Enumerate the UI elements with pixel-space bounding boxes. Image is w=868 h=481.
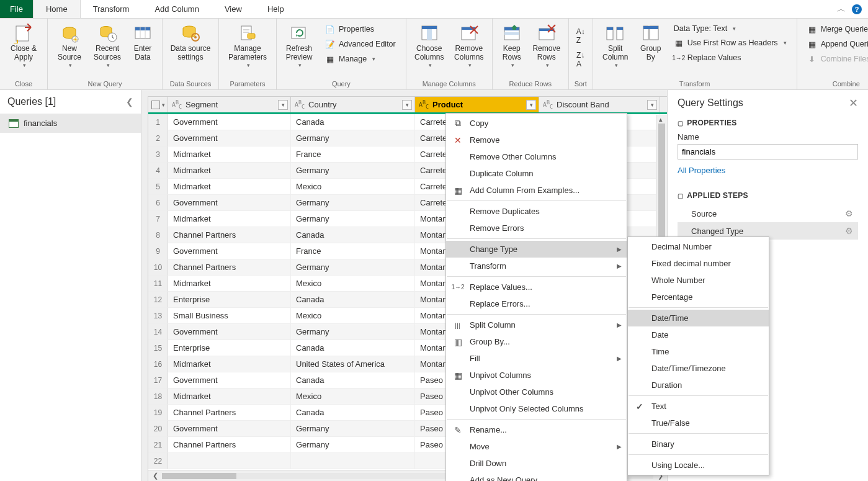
row-number[interactable]: 18 — [148, 389, 168, 405]
menu-remove-duplicates[interactable]: Remove Duplicates — [446, 203, 627, 220]
query-name-input[interactable] — [678, 144, 858, 160]
select-all-header[interactable]: ▾ — [148, 97, 168, 112]
cell[interactable]: Canada — [291, 114, 415, 130]
cell[interactable]: Germany — [291, 163, 415, 179]
type-datetimezone[interactable]: Date/Time/Timezone — [628, 360, 769, 377]
remove-rows-button[interactable]: Remove Rows▾ — [529, 21, 565, 71]
gear-icon[interactable]: ⚙ — [845, 209, 853, 218]
row-number[interactable]: 12 — [148, 292, 168, 308]
menu-add-from-examples[interactable]: ▦Add Column From Examples... — [446, 182, 627, 199]
enter-data-button[interactable]: Enter Data — [127, 21, 158, 65]
cell[interactable]: Government — [168, 243, 291, 259]
filter-button[interactable]: ▾ — [647, 100, 657, 110]
menu-drill-down[interactable]: Drill Down — [446, 455, 627, 472]
cell[interactable]: Germany — [291, 324, 415, 340]
cell[interactable]: Mexico — [291, 276, 415, 292]
tab-add-column[interactable]: Add Column — [142, 0, 212, 18]
cell[interactable]: Small Business — [168, 308, 291, 324]
properties-button[interactable]: 📄Properties — [321, 22, 400, 36]
cell[interactable]: Government — [168, 324, 291, 340]
row-number[interactable]: 16 — [148, 356, 168, 372]
menu-add-new-query[interactable]: Add as New Query — [446, 472, 627, 481]
step-source[interactable]: Source⚙ — [678, 205, 858, 222]
row-number[interactable]: 20 — [148, 421, 168, 437]
menu-group-by[interactable]: ▥Group By... — [446, 333, 627, 350]
row-number[interactable]: 2 — [148, 130, 168, 146]
query-item-financials[interactable]: financials — [0, 114, 141, 133]
data-type-button[interactable]: Data Type: Text▾ — [670, 22, 790, 35]
menu-unpivot[interactable]: ▦Unpivot Columns — [446, 367, 627, 384]
cell[interactable]: Mexico — [291, 389, 415, 405]
keep-rows-button[interactable]: Keep Rows▾ — [496, 21, 527, 71]
cell[interactable]: Canada — [291, 340, 415, 356]
split-column-button[interactable]: Split Column▾ — [597, 21, 634, 71]
cell[interactable]: Mexico — [291, 308, 415, 324]
menu-change-type[interactable]: Change Type▶ — [446, 241, 627, 258]
cell[interactable]: Channel Partners — [168, 227, 291, 243]
filter-button[interactable]: ▾ — [278, 100, 288, 110]
advanced-editor-button[interactable]: 📝Advanced Editor — [321, 37, 400, 51]
manage-parameters-button[interactable]: Manage Parameters▾ — [223, 21, 272, 71]
row-number[interactable]: 5 — [148, 179, 168, 195]
refresh-preview-button[interactable]: Refresh Preview▾ — [280, 21, 318, 71]
menu-split-column[interactable]: ⫼Split Column▶ — [446, 317, 627, 333]
column-header-country[interactable]: ABC Country ▾ — [291, 97, 415, 112]
filter-button[interactable]: ▾ — [526, 100, 536, 110]
type-time[interactable]: Time — [628, 343, 769, 360]
row-number[interactable]: 13 — [148, 308, 168, 324]
tab-file[interactable]: File — [0, 0, 33, 18]
type-whole-number[interactable]: Whole Number — [628, 272, 769, 289]
menu-replace-values[interactable]: 1→2Replace Values... — [446, 279, 627, 295]
replace-values-button[interactable]: 1→2Replace Values — [670, 51, 790, 65]
menu-move[interactable]: Move▶ — [446, 438, 627, 455]
tab-home[interactable]: Home — [33, 0, 81, 18]
menu-unpivot-other[interactable]: Unpivot Other Columns — [446, 384, 627, 400]
menu-remove-other[interactable]: Remove Other Columns — [446, 148, 627, 165]
type-decimal[interactable]: Decimal Number — [628, 238, 769, 255]
help-icon[interactable]: ? — [852, 4, 862, 14]
recent-sources-button[interactable]: Recent Sources▾ — [89, 21, 126, 71]
data-source-settings-button[interactable]: Data source settings — [166, 21, 215, 65]
column-header-product[interactable]: ABC Product ▾ — [415, 97, 539, 112]
group-by-button[interactable]: Group By — [635, 21, 666, 65]
new-source-button[interactable]: ✳ New Source▾ — [51, 21, 87, 71]
sort-desc-button[interactable]: Z↓A — [575, 50, 586, 70]
cell[interactable]: Government — [168, 372, 291, 389]
cell[interactable]: Channel Partners — [168, 259, 291, 276]
cell[interactable]: Government — [168, 130, 291, 146]
type-truefalse[interactable]: True/False — [628, 415, 769, 431]
manage-button[interactable]: ▦Manage▾ — [321, 52, 400, 66]
menu-unpivot-only[interactable]: Unpivot Only Selected Columns — [446, 400, 627, 417]
cell[interactable]: Midmarket — [168, 211, 291, 227]
append-queries-button[interactable]: ▦Append Queries▾ — [803, 37, 868, 51]
menu-replace-errors[interactable]: Replace Errors... — [446, 295, 627, 312]
cell[interactable]: United States of America — [291, 356, 415, 372]
type-date[interactable]: Date — [628, 326, 769, 343]
all-properties-link[interactable]: All Properties — [678, 166, 725, 175]
menu-copy[interactable]: ⧉Copy — [446, 115, 627, 132]
cell[interactable]: Germany — [291, 130, 415, 146]
cell[interactable]: Germany — [291, 421, 415, 437]
cell[interactable]: Channel Partners — [168, 437, 291, 453]
cell[interactable]: Midmarket — [168, 389, 291, 405]
cell[interactable]: Enterprise — [168, 340, 291, 356]
type-fixed-decimal[interactable]: Fixed decimal number — [628, 255, 769, 272]
scroll-up-button[interactable]: ▴ — [656, 115, 665, 124]
cell[interactable]: Midmarket — [168, 356, 291, 372]
menu-fill[interactable]: Fill▶ — [446, 350, 627, 367]
tab-help[interactable]: Help — [255, 0, 297, 18]
cell[interactable]: Midmarket — [168, 146, 291, 163]
cell[interactable] — [291, 453, 415, 469]
scroll-left-button[interactable]: ❮ — [151, 472, 159, 480]
close-apply-button[interactable]: Close & Apply▾ — [4, 21, 43, 71]
cell[interactable]: Government — [168, 195, 291, 211]
combine-files-button[interactable]: ⬇Combine Files — [803, 52, 868, 66]
type-duration[interactable]: Duration — [628, 377, 769, 393]
row-number[interactable]: 19 — [148, 405, 168, 421]
row-number[interactable]: 22 — [148, 453, 168, 469]
cell[interactable]: Canada — [291, 227, 415, 243]
first-row-headers-button[interactable]: ▦Use First Row as Headers▾ — [670, 36, 790, 50]
row-number[interactable]: 15 — [148, 340, 168, 356]
type-using-locale[interactable]: Using Locale... — [628, 457, 769, 474]
type-datetime[interactable]: Date/Time — [628, 310, 769, 326]
